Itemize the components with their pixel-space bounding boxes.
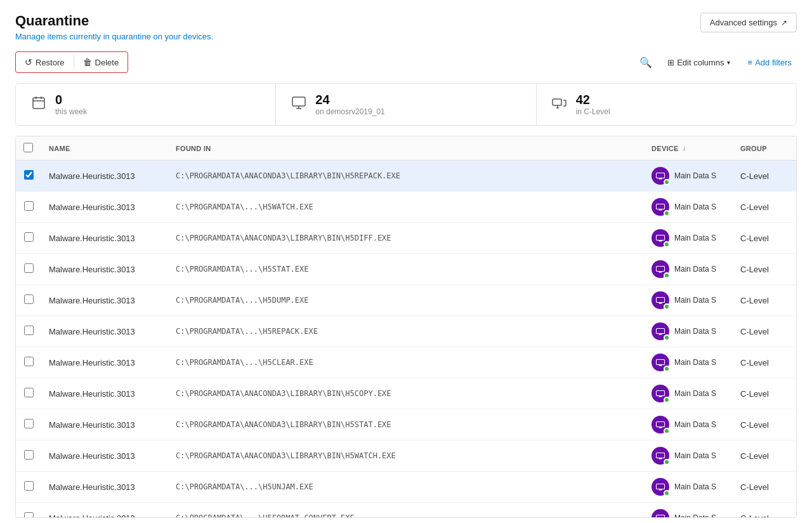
- table-header-row: NAME FOUND IN DEVICE ↓: [16, 136, 796, 161]
- device-avatar: [652, 229, 669, 247]
- status-dot: [664, 241, 670, 248]
- row-checkbox-cell: [16, 161, 41, 192]
- table-scroll-area[interactable]: NAME FOUND IN DEVICE ↓: [16, 136, 796, 517]
- row-name: Malware.Heuristic.3013: [41, 223, 168, 254]
- row-device: Main Data S: [644, 161, 733, 192]
- row-found-in: C:\PROGRAMDATA\...\H5UNJAM.EXE: [168, 472, 644, 503]
- row-checkbox[interactable]: [24, 481, 34, 491]
- svg-rect-23: [657, 298, 664, 302]
- row-name: Malware.Heuristic.3013: [41, 440, 168, 472]
- row-checkbox-cell: [16, 316, 41, 347]
- svg-rect-39: [659, 458, 662, 460]
- row-group: C-Level: [733, 223, 796, 254]
- stats-row: 0 this week 24 on demosrv2019_01: [15, 83, 797, 126]
- advanced-settings-button[interactable]: Advanced settings ↗: [700, 13, 797, 32]
- delete-label: Delete: [95, 58, 119, 67]
- chevron-down-icon: ▾: [727, 59, 730, 66]
- col-header-device[interactable]: DEVICE ↓: [644, 136, 733, 161]
- svg-rect-41: [657, 484, 664, 489]
- status-dot: [664, 303, 670, 310]
- quarantine-page: Quarantine Manage items currently in qua…: [0, 0, 812, 523]
- monitor-small-icon: [655, 359, 665, 367]
- monitor-small-icon: [655, 328, 665, 336]
- svg-rect-35: [657, 422, 664, 427]
- svg-rect-21: [659, 272, 662, 273]
- stat-weekly-info: 0 this week: [55, 93, 87, 116]
- svg-rect-0: [33, 98, 44, 109]
- table-row: Malware.Heuristic.3013 C:\PROGRAMDATA\..…: [16, 347, 796, 378]
- stat-device: 24 on demosrv2019_01: [276, 84, 536, 125]
- page-header: Quarantine Manage items currently in qua…: [15, 13, 797, 41]
- svg-rect-17: [657, 235, 664, 240]
- stat-device-info: 24 on demosrv2019_01: [315, 93, 384, 116]
- status-dot: [664, 397, 670, 403]
- row-checkbox[interactable]: [24, 295, 34, 304]
- monitor-small-icon: [655, 390, 665, 398]
- columns-icon: ⊞: [667, 58, 674, 67]
- devices-icon: [552, 95, 567, 114]
- add-filters-button[interactable]: ≡ Add filters: [743, 55, 797, 70]
- row-group: C-Level: [733, 316, 796, 347]
- monitor-small-icon: [655, 172, 665, 180]
- toolbar: ↺ Restore 🗑 Delete 🔍 ⊞ Edit columns ▾ ≡ …: [15, 51, 797, 73]
- row-checkbox[interactable]: [24, 201, 34, 211]
- restore-icon: ↺: [25, 57, 32, 67]
- row-checkbox-cell: [16, 347, 41, 378]
- col-header-found: FOUND IN: [168, 136, 644, 161]
- row-checkbox[interactable]: [24, 419, 34, 428]
- delete-button[interactable]: 🗑 Delete: [79, 55, 123, 70]
- row-checkbox[interactable]: [24, 388, 34, 397]
- stat-weekly-number: 0: [55, 93, 87, 107]
- status-dot: [664, 272, 670, 279]
- device-avatar: [652, 478, 669, 496]
- row-checkbox[interactable]: [24, 357, 34, 366]
- svg-rect-4: [292, 97, 305, 106]
- device-avatar: [652, 354, 669, 371]
- row-name: Malware.Heuristic.3013: [41, 409, 168, 440]
- device-avatar: [652, 385, 669, 402]
- svg-rect-26: [657, 329, 664, 333]
- device-name-text: Main Data S: [674, 327, 716, 336]
- device-avatar: [652, 167, 669, 185]
- svg-rect-15: [659, 209, 662, 211]
- row-checkbox[interactable]: [24, 232, 34, 242]
- svg-rect-18: [659, 241, 662, 242]
- row-name: Malware.Heuristic.3013: [41, 161, 168, 192]
- edit-columns-button[interactable]: ⊞ Edit columns ▾: [662, 55, 735, 70]
- row-device: Main Data S: [644, 316, 733, 347]
- row-checkbox-cell: [16, 254, 41, 285]
- sort-down-icon: ↓: [683, 145, 686, 152]
- row-device: Main Data S: [644, 472, 733, 503]
- restore-button[interactable]: ↺ Restore: [21, 55, 69, 70]
- table-row: Malware.Heuristic.3013 C:\PROGRAMDATA\..…: [16, 316, 796, 347]
- device-avatar: [652, 198, 669, 216]
- table-row: Malware.Heuristic.3013 C:\PROGRAMDATA\..…: [16, 254, 796, 285]
- search-button[interactable]: 🔍: [637, 54, 655, 71]
- row-name: Malware.Heuristic.3013: [41, 378, 168, 409]
- row-name: Malware.Heuristic.3013: [41, 503, 168, 518]
- device-name-text: Main Data S: [674, 482, 716, 491]
- page-subtitle: Manage items currently in quarantine on …: [15, 32, 213, 41]
- stat-device-number: 24: [315, 93, 384, 107]
- status-dot: [664, 210, 670, 216]
- device-name-text: Main Data S: [674, 389, 716, 398]
- row-group: C-Level: [733, 378, 796, 409]
- device-name-text: Main Data S: [674, 296, 716, 305]
- row-checkbox[interactable]: [24, 512, 34, 517]
- status-dot: [664, 490, 670, 496]
- row-name: Malware.Heuristic.3013: [41, 347, 168, 378]
- table-body: Malware.Heuristic.3013 C:\PROGRAMDATA\AN…: [16, 161, 796, 518]
- row-device: Main Data S: [644, 378, 733, 409]
- row-checkbox[interactable]: [24, 170, 34, 180]
- select-all-checkbox[interactable]: [23, 143, 33, 152]
- svg-rect-27: [659, 334, 662, 335]
- row-device: Main Data S: [644, 409, 733, 440]
- row-group: C-Level: [733, 285, 796, 316]
- row-checkbox[interactable]: [24, 326, 34, 335]
- device-avatar: [652, 322, 669, 340]
- monitor-small-icon: [655, 203, 665, 211]
- row-checkbox[interactable]: [24, 450, 34, 460]
- subtitle-end: on your devices.: [154, 32, 214, 41]
- row-checkbox[interactable]: [24, 263, 34, 273]
- row-found-in: C:\PROGRAMDATA\...\H5FORMAT_CONVERT.EXE: [168, 503, 644, 518]
